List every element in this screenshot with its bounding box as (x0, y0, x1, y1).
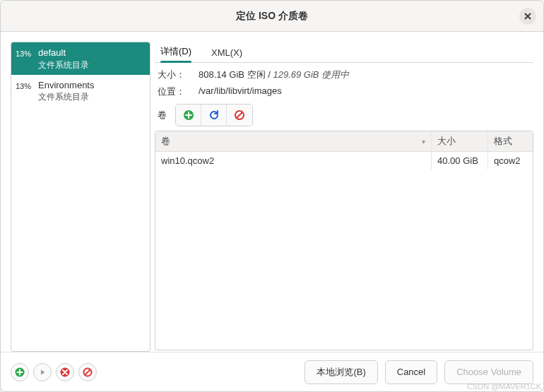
size-label: 大小： (158, 69, 191, 81)
volumes-table: 卷▾ 大小 格式 win10.qcow2 40.00 GiB qcow2 (155, 131, 533, 350)
pool-subtitle: 文件系统目录 (38, 59, 89, 71)
location-value: /var/lib/libvirt/images (199, 85, 531, 98)
pool-usage-percent: 13% (16, 47, 34, 58)
add-pool-button[interactable] (11, 363, 29, 381)
pool-info: 大小： 808.14 GiB 空闲 / 129.69 GiB 使用中 位置： /… (155, 63, 533, 101)
sidebar-item-environments[interactable]: 13% Environments 文件系统目录 (11, 75, 150, 107)
add-volume-button[interactable] (176, 105, 201, 126)
tab-details[interactable]: 详情(D) (160, 45, 191, 62)
tabs: 详情(D) XML(X) (155, 42, 533, 63)
watermark: CSDN @MAVER1CK (467, 382, 541, 391)
cell-name: win10.qcow2 (155, 152, 431, 170)
stop-pool-button[interactable] (56, 363, 74, 381)
pool-name: Environments (38, 79, 94, 92)
forbid-icon (234, 109, 245, 121)
pool-usage-percent: 13% (16, 79, 34, 90)
storage-pool-sidebar: 13% default 文件系统目录 13% Environments 文件系统… (11, 42, 150, 352)
start-pool-button[interactable] (33, 363, 52, 381)
svg-line-2 (237, 112, 242, 118)
titlebar: 定位 ISO 介质卷 (1, 1, 543, 32)
dialog-footer: 本地浏览(B) Cancel Choose Volume (1, 352, 543, 391)
main-panel: 详情(D) XML(X) 大小： 808.14 GiB 空闲 / 129.69 … (155, 42, 533, 352)
forbid-icon (83, 367, 93, 377)
close-button[interactable] (519, 8, 536, 25)
volume-toolbar-buttons (175, 104, 253, 126)
window-title: 定位 ISO 介质卷 (236, 10, 308, 23)
tab-xml[interactable]: XML(X) (211, 47, 242, 62)
plus-icon (183, 109, 194, 121)
dialog-window: 定位 ISO 介质卷 13% default 文件系统目录 13% Enviro… (0, 0, 544, 392)
col-format[interactable]: 格式 (487, 131, 533, 151)
browse-local-button[interactable]: 本地浏览(B) (304, 360, 377, 384)
cell-format: qcow2 (487, 152, 533, 170)
sort-indicator-icon: ▾ (422, 138, 425, 145)
svg-line-6 (85, 369, 90, 374)
size-value: 808.14 GiB 空闲 / 129.69 GiB 使用中 (199, 69, 531, 81)
location-label: 位置： (158, 85, 191, 98)
dialog-body: 13% default 文件系统目录 13% Environments 文件系统… (1, 32, 543, 352)
stop-icon (60, 367, 70, 377)
pool-subtitle: 文件系统目录 (38, 91, 94, 102)
col-size[interactable]: 大小 (431, 131, 487, 151)
volume-toolbar: 卷 (155, 101, 533, 131)
pool-action-buttons (11, 363, 97, 381)
delete-pool-button[interactable] (78, 363, 97, 381)
table-header: 卷▾ 大小 格式 (155, 131, 533, 152)
volume-toolbar-label: 卷 (158, 109, 170, 121)
col-name[interactable]: 卷▾ (155, 131, 431, 151)
cancel-button[interactable]: Cancel (385, 360, 437, 384)
cell-size: 40.00 GiB (431, 152, 487, 170)
choose-volume-button: Choose Volume (444, 360, 533, 384)
table-row[interactable]: win10.qcow2 40.00 GiB qcow2 (155, 152, 533, 170)
refresh-icon (208, 109, 220, 121)
plus-icon (15, 367, 25, 377)
delete-volume-button[interactable] (227, 105, 252, 126)
close-icon (524, 12, 532, 20)
pool-name: default (38, 47, 89, 59)
refresh-volumes-button[interactable] (201, 105, 227, 126)
play-icon (37, 367, 47, 377)
sidebar-item-default[interactable]: 13% default 文件系统目录 (11, 42, 150, 75)
